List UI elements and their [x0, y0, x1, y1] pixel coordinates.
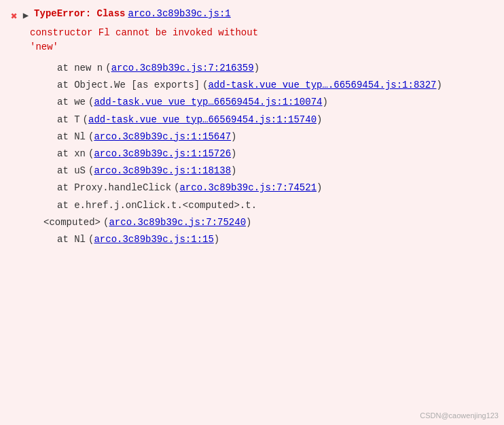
paren-open: (: [174, 180, 179, 197]
paren-close: ): [214, 231, 219, 248]
close-icon: ✖: [11, 10, 18, 23]
paren-close: ): [437, 77, 442, 94]
stack-at-text: at Nl: [57, 129, 86, 146]
stack-link[interactable]: add-task.vue vue typ…66569454.js:1:15740: [88, 112, 317, 129]
stack-at-text: <computed>: [43, 214, 101, 231]
stack-frame: <computed> (arco.3c89b39c.js:7:75240): [30, 214, 493, 231]
paren-open: (: [88, 129, 94, 146]
stack-frame: at xn (arco.3c89b39c.js:1:15726): [30, 146, 493, 163]
triangle-icon: ▶: [23, 10, 29, 21]
stack-link[interactable]: arco.3c89b39c.js:1:18138: [94, 163, 231, 180]
paren-close: ): [254, 60, 259, 77]
stack-frames: at new n (arco.3c89b39c.js:7:216359)at O…: [30, 60, 493, 248]
stack-link[interactable]: arco.3c89b39c.js:7:74521: [179, 180, 317, 197]
stack-frame: at Proxy.handleClick (arco.3c89b39c.js:7…: [30, 180, 493, 197]
error-message: constructor Fl cannot be invoked without…: [30, 26, 493, 54]
paren-open: (: [105, 60, 111, 77]
stack-at-text: at e.href.j.onClick.t.<computed>.t.: [57, 197, 257, 214]
paren-open: (: [88, 94, 94, 111]
error-type-label: TypeError: Class: [34, 8, 125, 19]
paren-open: (: [103, 214, 109, 231]
stack-at-text: at uS: [57, 163, 86, 180]
stack-at-text: at new n: [57, 60, 103, 77]
paren-open: (: [202, 77, 208, 94]
paren-close: ): [231, 129, 236, 146]
paren-close: ): [317, 112, 322, 129]
paren-open: (: [88, 146, 94, 163]
stack-link[interactable]: arco.3c89b39c.js:7:75240: [109, 214, 246, 231]
error-message-line2: 'new': [30, 40, 493, 54]
error-message-line1: constructor Fl cannot be invoked without: [30, 26, 493, 40]
watermark: CSDN@caowenjing123: [420, 411, 499, 420]
stack-link[interactable]: add-task.vue vue typ….66569454.js:1:8327: [208, 77, 436, 94]
paren-close: ): [231, 146, 236, 163]
stack-at-text: at T: [57, 112, 80, 129]
error-title: TypeError: Class arco.3c89b39c.js:1: [34, 8, 231, 19]
stack-link[interactable]: arco.3c89b39c.js:1:15647: [94, 129, 231, 146]
stack-frame: at we (add-task.vue vue typ…66569454.js:…: [30, 94, 493, 111]
stack-frame: at T (add-task.vue vue typ…66569454.js:1…: [30, 112, 493, 129]
stack-frame: at Nl (arco.3c89b39c.js:1:15): [30, 231, 493, 248]
stack-at-text: at Proxy.handleClick: [57, 180, 171, 197]
paren-close: ): [231, 163, 236, 180]
stack-link[interactable]: arco.3c89b39c.js:7:216359: [111, 60, 254, 77]
error-header-link[interactable]: arco.3c89b39c.js:1: [128, 8, 231, 19]
stack-frame: at Nl (arco.3c89b39c.js:1:15647): [30, 129, 493, 146]
stack-link[interactable]: arco.3c89b39c.js:1:15726: [94, 146, 231, 163]
paren-close: ): [317, 180, 322, 197]
error-container: ✖ ▶ TypeError: Class arco.3c89b39c.js:1 …: [0, 0, 504, 425]
paren-close: ): [322, 94, 327, 111]
stack-frame: at Object.We [as exports] (add-task.vue …: [30, 77, 493, 94]
stack-link[interactable]: add-task.vue vue typ…66569454.js:1:10074: [94, 94, 322, 111]
stack-frame: at new n (arco.3c89b39c.js:7:216359): [30, 60, 493, 77]
stack-link[interactable]: arco.3c89b39c.js:1:15: [94, 231, 213, 248]
stack-frame: at uS (arco.3c89b39c.js:1:18138): [30, 163, 493, 180]
stack-at-text: at Nl: [57, 231, 86, 248]
paren-open: (: [88, 163, 94, 180]
stack-at-text: at we: [57, 94, 86, 111]
stack-at-text: at Object.We [as exports]: [57, 77, 200, 94]
error-header: ✖ ▶ TypeError: Class arco.3c89b39c.js:1: [11, 8, 493, 23]
paren-open: (: [88, 231, 94, 248]
stack-at-text: at xn: [57, 146, 86, 163]
stack-frame: at e.href.j.onClick.t.<computed>.t.: [30, 197, 493, 214]
paren-close: ): [246, 214, 251, 231]
paren-open: (: [83, 112, 88, 129]
error-body: constructor Fl cannot be invoked without…: [30, 26, 493, 248]
